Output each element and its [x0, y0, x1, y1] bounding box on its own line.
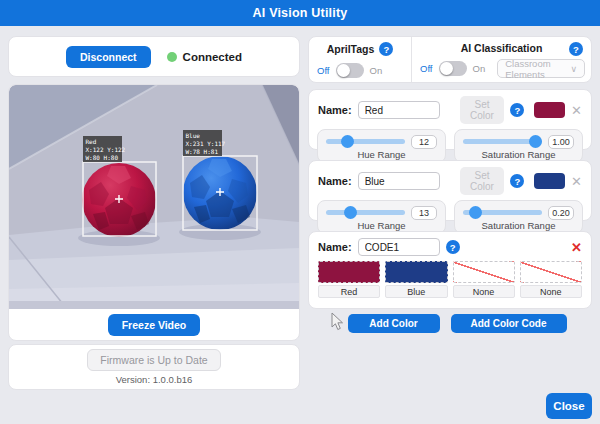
connection-panel: Disconnect Connected [8, 36, 300, 77]
status-dot-icon [167, 52, 177, 62]
chevron-down-icon: ∨ [570, 64, 577, 74]
name-label: Name: [318, 241, 352, 253]
add-color-button[interactable]: Add Color [348, 314, 440, 333]
detection-mode-panel: AprilTags ? Off On AI Classification ? O… [308, 36, 592, 83]
blue-detection-coords: X:231 Y:117 [186, 140, 226, 147]
hue-value[interactable]: 13 [411, 206, 437, 220]
color-swatch [534, 102, 565, 118]
remove-color-icon[interactable]: ✕ [571, 104, 582, 117]
hue-range-label: Hue Range [326, 220, 437, 231]
hue-range-control: 13 Hue Range [317, 200, 446, 234]
apriltags-toggle[interactable] [336, 63, 364, 78]
blue-detection-size: W:78 H:81 [186, 148, 219, 155]
name-label: Name: [318, 175, 352, 187]
code-slot-3-label: None [453, 285, 515, 298]
color-help-icon[interactable]: ? [510, 174, 524, 188]
code-slot-2-color[interactable] [385, 261, 447, 283]
name-label: Name: [318, 104, 352, 116]
code-slot-4[interactable]: None [520, 261, 582, 298]
color-swatch [534, 173, 565, 189]
color-code-panel: Name: ? ✕ Red Blue None None [308, 231, 592, 309]
saturation-slider[interactable] [463, 139, 542, 144]
code-slot-4-label: None [520, 285, 582, 298]
color-help-icon[interactable]: ? [510, 103, 524, 117]
add-color-code-button[interactable]: Add Color Code [451, 314, 567, 333]
code-slot-1-label: Red [318, 285, 380, 298]
apriltags-help-icon[interactable]: ? [379, 42, 393, 56]
remove-color-icon[interactable]: ✕ [571, 175, 582, 188]
code-slot-3[interactable]: None [453, 261, 515, 298]
camera-feed: Red X:122 Y:122 W:80 H:80 Blue X:231 Y:1… [9, 85, 299, 309]
classification-model-value: Classroom Elements [505, 58, 570, 80]
disconnect-button[interactable]: Disconnect [66, 46, 151, 68]
ai-classification-off-label: Off [420, 63, 433, 74]
classification-model-dropdown[interactable]: Classroom Elements ∨ [497, 59, 585, 78]
ai-classification-section: AI Classification ? Off On Classroom Ele… [411, 37, 591, 82]
set-color-button[interactable]: Set Color [460, 167, 505, 195]
hue-range-label: Hue Range [326, 149, 437, 160]
red-detection-name: Red [86, 138, 97, 145]
code-slot-2[interactable]: Blue [385, 261, 447, 298]
firmware-panel: Firmware is Up to Date Version: 1.0.0.b1… [8, 344, 300, 390]
ai-classification-help-icon[interactable]: ? [569, 42, 583, 56]
close-button[interactable]: Close [546, 393, 592, 419]
app-title: AI Vision Utility [253, 6, 348, 20]
color-config-red: Name: Set Color ? ✕ 12 Hue Range 1.00 Sa… [308, 89, 592, 150]
saturation-range-label: Saturation Range [463, 149, 574, 160]
ai-classification-on-label: On [473, 63, 486, 74]
hue-range-control: 12 Hue Range [317, 129, 446, 163]
code-slot-1-color[interactable] [318, 261, 380, 283]
apriltags-off-label: Off [317, 65, 330, 76]
apriltags-section: AprilTags ? Off On [309, 37, 411, 82]
add-actions: Add Color Add Color Code [308, 314, 592, 333]
color-name-input[interactable] [358, 172, 440, 190]
saturation-range-control: 1.00 Saturation Range [454, 129, 583, 163]
saturation-slider[interactable] [463, 210, 542, 215]
red-detection-coords: X:122 Y:122 [86, 146, 126, 153]
saturation-range-control: 0.20 Saturation Range [454, 200, 583, 234]
connection-status: Connected [167, 51, 242, 63]
code-slot-4-color[interactable] [520, 261, 582, 283]
firmware-status-button[interactable]: Firmware is Up to Date [87, 349, 220, 371]
set-color-button[interactable]: Set Color [460, 96, 505, 124]
saturation-value[interactable]: 1.00 [548, 135, 574, 149]
code-slot-3-color[interactable] [453, 261, 515, 283]
saturation-value[interactable]: 0.20 [548, 206, 574, 220]
color-config-blue: Name: Set Color ? ✕ 13 Hue Range 0.20 Sa… [308, 160, 592, 221]
title-bar: AI Vision Utility [0, 0, 600, 26]
color-name-input[interactable] [358, 101, 440, 119]
hue-slider[interactable] [326, 139, 405, 144]
blue-detection-name: Blue [186, 132, 201, 139]
freeze-strip: Freeze Video [9, 309, 299, 340]
status-label: Connected [183, 51, 242, 63]
code-help-icon[interactable]: ? [446, 240, 460, 254]
ai-classification-title: AI Classification [461, 42, 543, 54]
saturation-range-label: Saturation Range [463, 220, 574, 231]
code-name-input[interactable] [358, 238, 440, 256]
hue-slider[interactable] [326, 210, 405, 215]
apriltags-on-label: On [370, 65, 383, 76]
apriltags-title: AprilTags [327, 43, 375, 55]
code-slot-1[interactable]: Red [318, 261, 380, 298]
remove-code-icon[interactable]: ✕ [571, 241, 582, 254]
freeze-video-button[interactable]: Freeze Video [108, 314, 201, 336]
red-detection-size: W:80 H:80 [86, 154, 119, 161]
code-slot-2-label: Blue [385, 285, 447, 298]
firmware-version: Version: 1.0.0.b16 [116, 374, 193, 385]
video-panel: Red X:122 Y:122 W:80 H:80 Blue X:231 Y:1… [8, 84, 300, 341]
ai-classification-toggle[interactable] [439, 61, 467, 76]
hue-value[interactable]: 12 [411, 135, 437, 149]
